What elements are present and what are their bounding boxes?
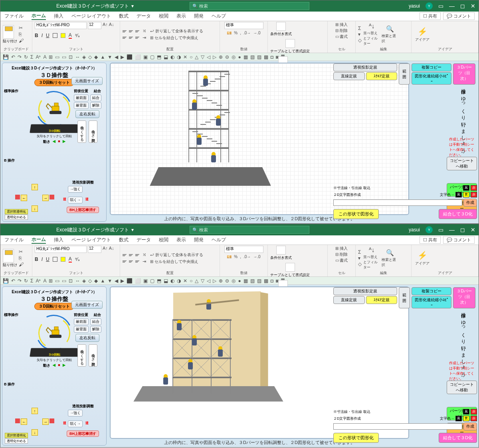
currency-icon[interactable]: 💴 — [227, 31, 232, 35]
fill-color-icon[interactable] — [61, 33, 65, 38]
reset-3d-button[interactable]: ３D回転リセット — [34, 79, 74, 86]
bring-front-button[interactable]: 最前面 — [74, 95, 89, 101]
comma-icon[interactable]: , — [240, 31, 241, 35]
comma-icon[interactable]: , — [240, 255, 241, 259]
format-painter-icon[interactable]: 🖌 — [19, 262, 24, 267]
tab-3[interactable]: ページ レイアウト — [71, 237, 111, 243]
text-black-button[interactable]: 黒 — [455, 416, 462, 421]
text-black-button[interactable]: 黒 — [455, 192, 462, 197]
duplicate-copy-button[interactable]: 複製コピー — [412, 63, 451, 71]
mirror-button[interactable]: 左右反転 — [75, 334, 99, 342]
paste-icon[interactable] — [3, 25, 14, 39]
tab-1[interactable]: ホーム — [32, 12, 46, 20]
bold-button[interactable]: B — [35, 33, 38, 38]
grow-font-icon[interactable]: A↑ — [103, 246, 108, 253]
square-ruler-button[interactable]: ｽｸｴｱ定規 — [366, 296, 398, 304]
move-right-button[interactable]: → — [42, 195, 49, 201]
movement-cross[interactable]: ↑ ↓ ← → 選択部透明化 透明化やめる — [5, 404, 62, 444]
search-input[interactable]: 🔍 検索 — [190, 2, 309, 10]
italic-button[interactable]: I — [42, 257, 43, 262]
share-button[interactable]: ☐ 共有 — [420, 236, 441, 244]
cut-icon[interactable]: ✂ — [19, 25, 24, 31]
tab-8[interactable]: 開発 — [194, 237, 204, 243]
mirror-button[interactable]: 左右反転 — [75, 110, 99, 118]
duplicate-copy-button[interactable]: 複製コピー — [412, 287, 451, 295]
format-painter-icon[interactable]: 🖌 — [19, 38, 24, 43]
table-format-button[interactable]: テーブルとして書式設定 — [270, 39, 310, 54]
movement-cross[interactable]: ↑ ↓ ← → 選択部透明化 透明化やめる — [5, 180, 62, 220]
stop-transparent-button[interactable]: 透明化やめる — [5, 438, 28, 444]
shrink-copy-button[interactable]: 図形化連続縮小ｺﾋﾟｰ — [412, 296, 451, 308]
move-up-button[interactable]: ↑ — [32, 408, 38, 414]
indent-icon[interactable]: ⇥ — [143, 35, 146, 40]
sort-filter-button[interactable]: ᴬ↓並べ替えとフィルター — [363, 246, 380, 270]
font-name-select[interactable]: HG丸ｺﾞｼｯｸM-PRO — [35, 22, 87, 29]
fill-icon[interactable]: ▾ — [358, 255, 362, 261]
range-button[interactable]: 範囲 — [399, 287, 410, 308]
bring-front-button[interactable]: 最前面 — [74, 318, 89, 325]
copy-sheet-button[interactable]: コピーシートへ移動 — [447, 381, 477, 394]
italic-button[interactable]: I — [42, 33, 43, 38]
percent-icon[interactable]: % — [234, 31, 238, 35]
tab-6[interactable]: 校閲 — [159, 237, 168, 243]
merge-center-button[interactable]: ⊞ セルを結合して中央揃え — [150, 259, 203, 264]
shrink-copy-button[interactable]: 図形化連続縮小ｺﾋﾟｰ — [412, 72, 451, 85]
bold-button[interactable]: B — [35, 257, 38, 262]
move-down-button[interactable]: ↓ — [32, 429, 38, 436]
tab-3[interactable]: ページ レイアウト — [71, 13, 111, 20]
border-icon[interactable] — [53, 257, 57, 262]
font-size-select[interactable]: 12 — [88, 246, 101, 253]
stop-left[interactable] — [15, 418, 20, 423]
3d-parts-index-button[interactable]: ３Dパーツ（目次） — [453, 287, 475, 308]
merge3d-button[interactable]: 結合して３D化 — [439, 433, 477, 443]
maximize-button[interactable]: ◻ — [460, 227, 465, 233]
find-select-button[interactable]: 🔍検索と選択 — [382, 25, 398, 44]
tab-7[interactable]: 表示 — [176, 13, 186, 20]
move-left-button[interactable]: ← — [21, 195, 27, 201]
tab-5[interactable]: データ — [137, 13, 151, 20]
tab-9[interactable]: ヘルプ — [212, 13, 226, 20]
tab-0[interactable]: ファイル — [4, 13, 24, 20]
fill-color-icon[interactable] — [61, 257, 65, 262]
find-select-button[interactable]: 🔍検索と選択 — [382, 249, 398, 268]
square-ruler-button[interactable]: ｽｸｴｱ定規 — [366, 72, 398, 80]
inc-decimal-icon[interactable]: .0→ — [243, 255, 251, 259]
brighten-button[interactable]: 明るくする — [77, 120, 86, 143]
ribbon-mode-icon[interactable]: ▭ — [438, 227, 443, 233]
font-color-icon[interactable]: A — [69, 32, 72, 39]
inc-decimal-icon[interactable]: .0→ — [243, 31, 251, 35]
text-yellow-button[interactable]: 黄 — [463, 192, 469, 197]
tab-7[interactable]: 表示 — [176, 237, 186, 243]
tab-2[interactable]: 挿入 — [54, 13, 63, 20]
stop-transparent-button[interactable]: 透明化やめる — [5, 215, 28, 220]
cut-icon[interactable]: ✂ — [19, 249, 24, 255]
create-button[interactable]: 作成 — [463, 199, 477, 207]
tab-5[interactable]: データ — [137, 237, 151, 243]
autosum-icon[interactable]: Σ — [358, 26, 362, 31]
move-right-button[interactable]: → — [42, 418, 49, 425]
minimize-button[interactable]: — — [449, 3, 455, 9]
persp-ruler-button[interactable]: 透視投影定規 — [333, 287, 397, 295]
font-name-select[interactable]: HG丸ｺﾞｼｯｸM-PRO — [35, 246, 87, 253]
ideas-button[interactable]: ⚡アイデア — [414, 251, 431, 266]
format-cells-button[interactable]: ▭ 書式 — [335, 258, 348, 263]
copy-icon[interactable]: ⎘ — [19, 32, 24, 37]
shrink-font-icon[interactable]: A↓ — [109, 22, 114, 29]
dec-decimal-icon[interactable]: →.0 — [253, 31, 260, 35]
persp-weaker-button[interactable]: 弱く→ — [68, 197, 83, 203]
merge-center-button[interactable]: ⊞ セルを結合して中央揃え — [150, 35, 203, 41]
tab-1[interactable]: ホーム — [32, 236, 46, 244]
move-left-button[interactable]: ← — [21, 418, 27, 425]
tab-9[interactable]: ヘルプ — [212, 237, 226, 243]
alignment-grid[interactable] — [123, 252, 141, 264]
dim-black-button[interactable]: 黒 — [463, 185, 469, 191]
title-dropdown-icon[interactable]: ▾ — [131, 3, 134, 9]
clear-icon[interactable]: ◇ — [358, 37, 362, 43]
move-up-button[interactable]: ↑ — [32, 184, 38, 190]
quick-access-toolbar[interactable]: 💾↶↷↻ΣAᵃA⊞▭▭⊡↔◈◇◆▲▼◀▶⬛⬜▣▢⬒⬓◐◑✕○△▽◁▷⊕⊖◎●▦▧… — [0, 277, 479, 285]
dim-black-button[interactable]: 黒 — [463, 409, 469, 414]
quick-access-toolbar[interactable]: 💾↶↷↻ΣAᵃA⊞▭▭⊡↔◈◇◆▲▼◀▶⬛⬜▣▢⬒⬓◐◑✕○△▽◁▷⊕⊖◎●▦▧… — [0, 53, 479, 61]
percent-icon[interactable]: % — [234, 255, 238, 259]
alignment-grid[interactable] — [123, 28, 141, 40]
font-color-icon[interactable]: A — [69, 256, 72, 262]
